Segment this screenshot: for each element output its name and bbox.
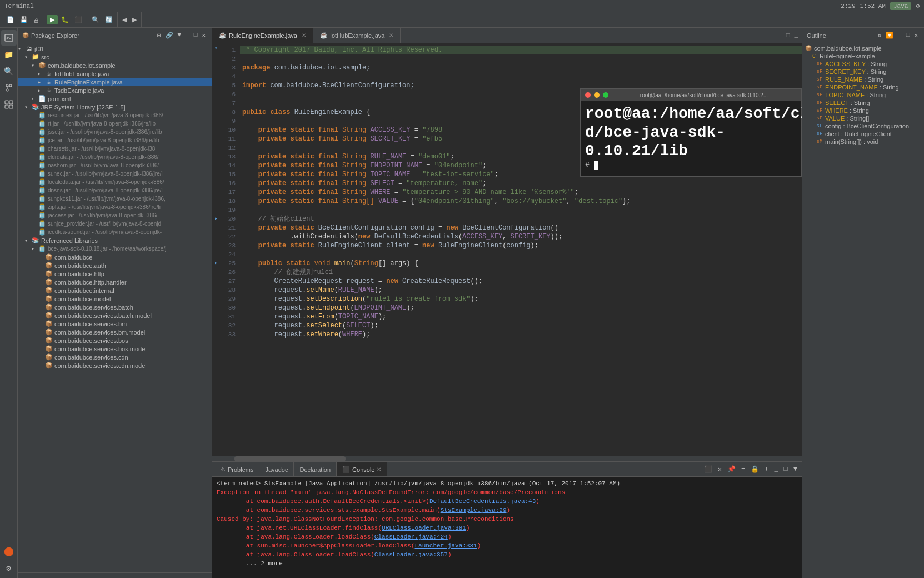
console-view-menu[interactable]: ▼ [791,465,800,474]
menu-icon[interactable]: ▼ [176,31,183,39]
tree-item-com.baidubce.auth[interactable]: 📦com.baidubce.auth [18,261,212,270]
tree-arrow-jt01[interactable]: ▾ [18,46,24,52]
run-button[interactable]: ▶ [47,15,58,24]
editor-maximize[interactable]: □ [785,32,792,39]
link-6[interactable]: ClassLoader.java:357 [374,551,448,558]
tab-iot-hub[interactable]: ☕ IotHubExample.java ✕ [313,28,401,43]
new-button[interactable]: 📄 [4,15,17,24]
outline-value[interactable]: sF VALUE : String[] [802,114,924,122]
tree-item-com.baidubce.services.bm.model[interactable]: 📦com.baidubce.services.bm.model [18,328,212,336]
outline-endpoint-name[interactable]: sF ENDPOINT_NAME : String [802,83,924,91]
sidebar-icon-file[interactable]: 📁 [1,47,17,62]
sidebar-icon-git[interactable] [1,80,17,96]
sidebar-icon-search[interactable]: 🔍 [1,63,17,79]
outline-main[interactable]: sM main(String[]) : void [802,138,924,146]
tree-item-com.baidubce.model[interactable]: 📦com.baidubce.model [18,295,212,303]
minimize-icon[interactable]: _ [184,31,191,39]
console-pin-btn[interactable]: 📌 [725,465,738,474]
tab-javadoc[interactable]: Javadoc [259,462,294,476]
tree-item-zipfs.jar[interactable]: 🫙zipfs.jar - /usr/lib/jvm/java-8-openjdk… [18,203,212,211]
print-button[interactable]: 🖨 [31,16,42,24]
maximize-icon[interactable]: □ [192,31,199,39]
tree-item-com.baidubce.http.handler[interactable]: 📦com.baidubce.http.handler [18,278,212,286]
tree-item-com.baidubce.services.batch.model[interactable]: 📦com.baidubce.services.batch.model [18,311,212,320]
back-button[interactable]: ◀ [120,15,129,24]
tree-item-jsse.jar[interactable]: 🫙jsse.jar - /usr/lib/jvm/java-8-openjdk-… [18,128,212,136]
outline-secret-key[interactable]: sF SECRET_KEY : String [802,68,924,76]
link-2[interactable]: StsExample.java:29 [441,507,507,514]
tree-item-nashorn.jar[interactable]: 🫙nashorn.jar - /usr/lib/jvm/java-8-openj… [18,161,212,170]
console-maximize[interactable]: □ [782,465,790,474]
terminal-close-dot[interactable] [585,92,591,98]
collapse-icon[interactable]: ⊟ [156,31,163,39]
tree-item-IotHubExample.java[interactable]: ▸☕IotHubExample.java [18,69,212,78]
tree-arrow-TsdbExample.java[interactable]: ▸ [38,87,44,94]
tree-item-com.baidubce.services.cdn[interactable]: 📦com.baidubce.services.cdn [18,353,212,361]
outline-rule-name[interactable]: sF RULE_NAME : String [802,76,924,83]
tree-item-bce-java-sdk[interactable]: ▾🫙bce-java-sdk-0.10.18.jar - /home/aa/wo… [18,245,212,253]
console-scroll-end[interactable]: ⬇ [762,465,771,474]
tab-problems[interactable]: ⚠ Problems [214,462,259,476]
tree-item-com.baidubce.http[interactable]: 📦com.baidubce.http [18,270,212,278]
terminal-minimize-dot[interactable] [594,92,600,98]
tree-item-TsdbExample.java[interactable]: ▸☕TsdbExample.java [18,86,212,94]
tree-item-com.baidubce.services.batch[interactable]: 📦com.baidubce.services.batch [18,303,212,311]
sidebar-icon-extensions[interactable] [1,97,17,112]
terminal-overlay[interactable]: root@aa: /home/aa/soft/cloud/bce-java-sd… [580,88,802,177]
tree-item-com.baidubce.services.bm[interactable]: 📦com.baidubce.services.bm [18,320,212,328]
outline-client[interactable]: sF client : RuleEngineClient [802,130,924,138]
terminal-body[interactable]: root@aa:/home/aa/soft/cloud/bce-java-sdk… [581,101,801,176]
outline-hide-btn[interactable]: 🔽 [884,31,895,39]
link-4[interactable]: ClassLoader.java:424 [374,534,448,540]
tree-item-com.baidubce.services.bos.model[interactable]: 📦com.baidubce.services.bos.model [18,345,212,353]
tree-arrow-com.baidubce.iot.sample[interactable]: ▾ [31,62,38,69]
tree-scrollbar[interactable] [18,572,212,578]
link-icon[interactable]: 🔗 [164,31,175,39]
outline-access-key[interactable]: sF ACCESS_KEY : String [802,60,924,68]
tree-item-src[interactable]: ▾📁src [18,53,212,61]
search-button[interactable]: 🔍 [89,15,102,24]
tree-item-jce.jar[interactable]: 🫙jce.jar - /usr/lib/jvm/java-8-openjdk-i… [18,136,212,144]
debug-button[interactable]: 🐛 [59,15,71,24]
tree-item-RuleEngineExample.java[interactable]: ▸☕RuleEngineExample.java [18,78,212,86]
tree-arrow-IotHubExample.java[interactable]: ▸ [38,71,44,77]
editor-minimize[interactable]: _ [792,32,800,39]
console-stop-btn[interactable]: ⬛ [702,465,715,474]
tree-arrow-pom.xml[interactable]: ▸ [31,96,38,102]
terminal-maximize-dot[interactable] [603,92,608,98]
editor-scrollbar[interactable] [212,456,802,461]
tree-arrow-RuleEngineExample.java[interactable]: ▸ [38,79,44,86]
link-1[interactable]: DefaultBceCredentials.java:43 [429,498,536,505]
tab-declaration[interactable]: Declaration [294,462,337,476]
tree-item-com.baidubce[interactable]: 📦com.baidubce [18,253,212,261]
tree-item-jaccess.jar[interactable]: 🫙jaccess.jar - /usr/lib/jvm/java-8-openj… [18,211,212,220]
tab-rule-close[interactable]: ✕ [302,32,306,38]
tree-item-com.baidubce.internal[interactable]: 📦com.baidubce.internal [18,286,212,295]
outline-config[interactable]: sF config : BceClientConfiguration [802,122,924,130]
refresh-button[interactable]: 🔄 [103,15,115,24]
editor-content[interactable]: * 1 * Copyright 2017 Baidu, Inc. All Rig… [212,43,802,456]
outline-select[interactable]: sF SELECT : String [802,99,924,107]
sidebar-icon-ubuntu[interactable]: ⬤ [1,544,17,559]
outline-maximize-btn[interactable]: □ [905,31,912,39]
outline-class[interactable]: C RuleEngineExample [802,52,924,60]
console-content[interactable]: <terminated> StsExample [Java Applicatio… [212,477,802,578]
tree-arrow-JRE[interactable]: ▾ [24,104,31,111]
tree-area[interactable]: ▾🗂jt01▾📁src▾📦com.baidubce.iot.sample▸☕Io… [18,43,212,572]
tree-item-sunpkcs11.jar[interactable]: 🫙sunpkcs11.jar - /usr/lib/jvm/java-8-ope… [18,195,212,203]
tree-item-charsets.jar[interactable]: 🫙charsets.jar - /usr/lib/jvm/java-8-open… [18,144,212,153]
tree-item-icedtea-sound.jar[interactable]: 🫙icedtea-sound.jar - /usr/lib/jvm/java-8… [18,228,212,236]
tree-item-resources.jar[interactable]: 🫙resources.jar - /usr/lib/jvm/java-8-ope… [18,111,212,119]
console-minimize[interactable]: _ [772,465,780,474]
tree-item-dnsns.jar[interactable]: 🫙dnsns.jar - /usr/lib/jvm/java-8-openjdk… [18,186,212,195]
tree-item-JRE[interactable]: ▾📚JRE System Library [J2SE-1.5] [18,103,212,111]
tree-item-cldrdata.jar[interactable]: 🫙cldrdata.jar - /usr/lib/jvm/java-8-open… [18,153,212,161]
tree-item-sunec.jar[interactable]: 🫙sunec.jar - /usr/lib/jvm/java-8-openjdk… [18,170,212,178]
tree-item-com.baidubce.iot.sample[interactable]: ▾📦com.baidubce.iot.sample [18,61,212,69]
console-scroll-lock[interactable]: 🔒 [748,465,761,474]
settings-icon[interactable]: ⚙ [916,2,920,9]
outline-minimize-btn[interactable]: _ [896,31,903,39]
tree-arrow-src[interactable]: ▾ [24,54,31,61]
tree-item-com.baidubce.services.bos[interactable]: 📦com.baidubce.services.bos [18,336,212,345]
save-button[interactable]: 💾 [18,15,30,24]
